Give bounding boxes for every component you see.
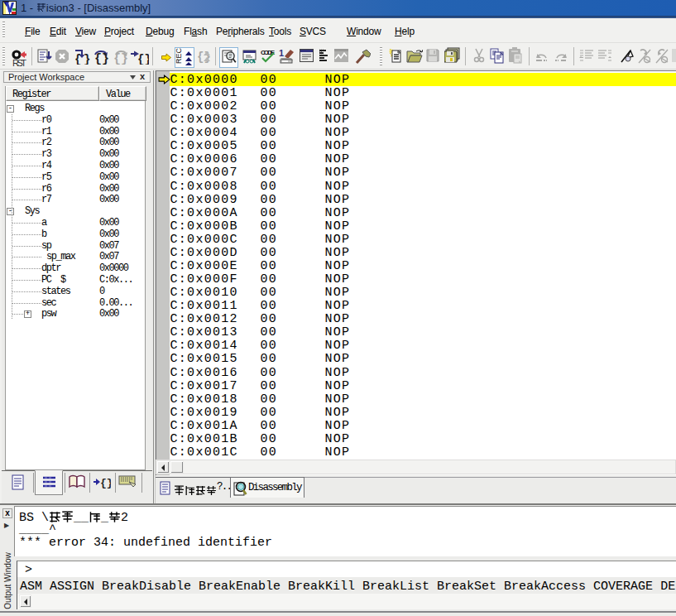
svg-text:{}: {} (137, 53, 149, 65)
svg-text:{: { (74, 53, 81, 65)
svg-text:}: } (84, 53, 90, 65)
svg-text:REC: REC (175, 47, 183, 64)
svg-text:RST: RST (12, 58, 26, 68)
svg-text:{}: {} (113, 52, 128, 65)
svg-text:1: 1 (279, 48, 284, 58)
svg-text:{}: {} (197, 51, 210, 64)
svg-text:{}: {} (94, 52, 109, 65)
svg-text:{}: {} (100, 477, 111, 488)
